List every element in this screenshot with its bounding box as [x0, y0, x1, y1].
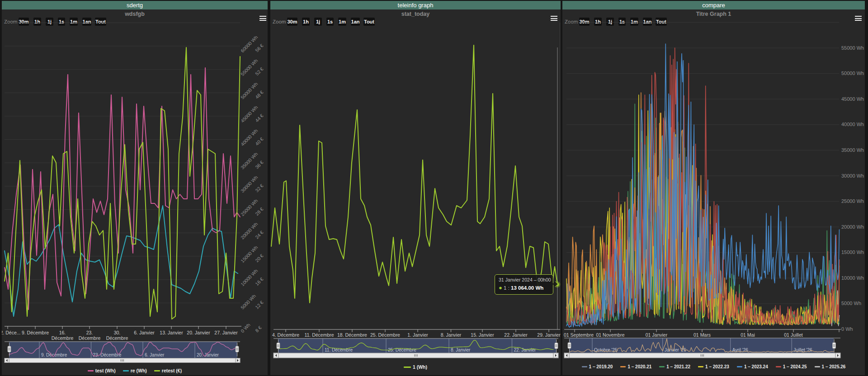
svg-text:12 €: 12 €	[254, 300, 264, 310]
svg-text:01 Septembre: 01 Septembre	[564, 332, 594, 338]
svg-text:30.: 30.	[114, 330, 121, 335]
svg-text:25. Décembre: 25. Décembre	[370, 332, 400, 338]
svg-text:1. Janvier: 1. Janvier	[407, 332, 428, 338]
svg-text:8 €: 8 €	[254, 324, 263, 333]
svg-text:15000 Wh: 15000 Wh	[841, 249, 864, 255]
svg-text:40000 Wh: 40000 Wh	[841, 122, 864, 127]
svg-text:22. Janvier: 22. Janvier	[514, 348, 537, 352]
svg-text:45000 Wh: 45000 Wh	[841, 96, 864, 102]
svg-text:5000 Wh: 5000 Wh	[240, 293, 257, 310]
svg-text:16 €: 16 €	[254, 276, 264, 287]
svg-text:20000 Wh: 20000 Wh	[841, 224, 864, 230]
svg-text:01 Mai: 01 Mai	[741, 332, 755, 338]
svg-text:23.: 23.	[86, 330, 93, 335]
svg-text:8. Janvier: 8. Janvier	[441, 332, 462, 338]
svg-text:8. Janvier: 8. Janvier	[451, 348, 471, 352]
svg-text:01 Juillet: 01 Juillet	[784, 332, 803, 338]
svg-text:4. Décembre: 4. Décembre	[272, 332, 299, 338]
svg-text:52 €: 52 €	[254, 66, 264, 76]
svg-text:36 €: 36 €	[254, 160, 264, 170]
svg-text:48 €: 48 €	[254, 89, 264, 100]
svg-text:2. Déce...: 2. Déce...	[2, 330, 20, 335]
svg-text:9. Décembre: 9. Décembre	[41, 352, 67, 357]
svg-text:56 €: 56 €	[254, 42, 264, 53]
svg-text:Décembre: Décembre	[79, 335, 101, 341]
svg-text:28 €: 28 €	[254, 206, 264, 216]
svg-text:0 Wh: 0 Wh	[240, 322, 251, 334]
svg-text:15. Janvier: 15. Janvier	[471, 332, 494, 338]
svg-text:Décembre: Décembre	[106, 335, 128, 341]
svg-text:01 Janvier: 01 Janvier	[646, 332, 668, 338]
svg-text:55000 Wh: 55000 Wh	[841, 45, 864, 51]
svg-text:27. Janvier: 27. Janvier	[214, 330, 238, 335]
svg-text:16.: 16.	[59, 330, 66, 335]
svg-text:6. Janvier: 6. Janvier	[145, 352, 165, 357]
svg-text:11. Décembre: 11. Décembre	[304, 332, 334, 338]
svg-text:5000 Wh: 5000 Wh	[841, 301, 861, 306]
svg-text:22. Janvier: 22. Janvier	[504, 332, 528, 338]
svg-text:13. Janvier: 13. Janvier	[160, 330, 183, 335]
svg-text:24 €: 24 €	[254, 230, 264, 240]
svg-text:29. Janvier: 29. Janvier	[537, 332, 561, 338]
svg-text:25000 Wh: 25000 Wh	[841, 198, 864, 204]
svg-text:20 €: 20 €	[254, 253, 264, 263]
svg-text:50000 Wh: 50000 Wh	[841, 70, 864, 76]
svg-text:30000 Wh: 30000 Wh	[841, 173, 864, 179]
svg-text:6. Janvier: 6. Janvier	[134, 330, 155, 335]
svg-text:10000 Wh: 10000 Wh	[841, 275, 864, 281]
svg-text:35000 Wh: 35000 Wh	[841, 147, 864, 153]
svg-text:01 Mars: 01 Mars	[693, 332, 711, 338]
svg-text:0 Wh: 0 Wh	[841, 326, 853, 332]
svg-text:20. Janvier: 20. Janvier	[187, 330, 210, 335]
svg-text:18. Décembre: 18. Décembre	[337, 332, 367, 338]
svg-text:01 Novembre: 01 Novembre	[596, 332, 624, 338]
svg-text:44 €: 44 €	[254, 113, 264, 123]
svg-text:32 €: 32 €	[254, 183, 264, 193]
svg-text:Janvier '26: Janvier '26	[665, 348, 686, 352]
svg-text:9. Décembre: 9. Décembre	[22, 330, 49, 335]
svg-text:40 €: 40 €	[254, 136, 264, 146]
svg-text:Décembre: Décembre	[52, 335, 74, 341]
